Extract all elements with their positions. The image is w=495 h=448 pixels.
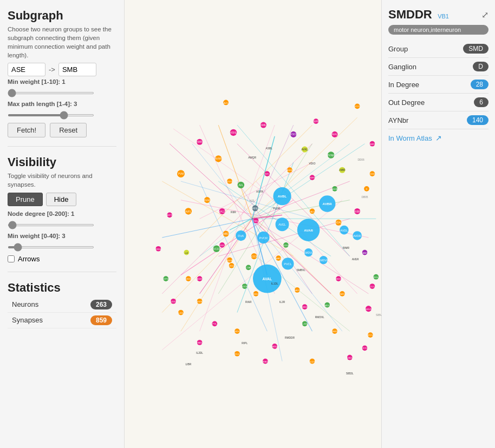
subgraph-inputs: -> xyxy=(8,63,116,76)
svg-text:AINL: AINL xyxy=(252,207,258,210)
svg-text:VB36: VB36 xyxy=(186,278,192,280)
arrows-row: Arrows xyxy=(8,255,116,263)
aynbr-value: 140 xyxy=(467,115,489,125)
worm-atlas-row[interactable]: In Worm Atlas ↗ xyxy=(388,129,489,147)
synapses-row: Synapses 859 xyxy=(8,313,116,328)
external-link-icon[interactable]: ↗ xyxy=(435,134,442,142)
visibility-section: Visibility Toggle visibility of neurons … xyxy=(8,155,116,262)
to-neuron-input[interactable] xyxy=(58,63,96,76)
svg-text:ASHR: ASHR xyxy=(331,188,338,190)
aynbr-label: AYNbr xyxy=(388,116,408,124)
svg-text:io4: io4 xyxy=(185,252,188,254)
svg-text:URYVL: URYVL xyxy=(367,334,374,337)
aynbr-row: AYNbr 140 xyxy=(388,111,489,129)
vis-min-weight-row: Min weight [0-40]: 3 xyxy=(8,233,116,251)
svg-text:RIFR: RIFR xyxy=(310,176,315,179)
svg-text:PVM: PVM xyxy=(178,173,184,175)
node-degree-row: Node degree [0-200]: 1 xyxy=(8,210,116,228)
svg-text:AVEL: AVEL xyxy=(278,223,286,226)
arrows-checkbox[interactable] xyxy=(8,255,15,262)
max-path-slider[interactable] xyxy=(8,114,94,116)
neurons-label: Neurons xyxy=(12,300,38,308)
svg-text:OLLL: OLLL xyxy=(369,285,375,288)
svg-text:AVER: AVER xyxy=(352,258,359,261)
svg-text:ADAL: ADAL xyxy=(335,221,342,224)
svg-text:AWQR: AWQR xyxy=(248,156,256,159)
out-degree-row: Out Degree 6 xyxy=(388,94,489,111)
reset-button[interactable]: Reset xyxy=(50,123,87,137)
visibility-title: Visibility xyxy=(8,155,116,169)
arrows-label: Arrows xyxy=(18,255,40,263)
synapses-badge: 859 xyxy=(90,315,112,325)
svg-text:VD07: VD07 xyxy=(171,300,177,303)
svg-text:AS08: AS08 xyxy=(197,278,203,280)
fetch-button[interactable]: Fetch! xyxy=(8,123,45,137)
svg-text:R: R xyxy=(366,188,367,190)
svg-text:URXL: URXL xyxy=(229,265,235,267)
svg-text:AIML: AIML xyxy=(260,124,267,127)
out-degree-value: 6 xyxy=(474,97,489,107)
svg-text:BDUR: BDUR xyxy=(226,259,233,262)
hide-button[interactable]: Hide xyxy=(46,193,77,206)
ganglion-value: D xyxy=(473,62,489,71)
vis-min-weight-slider[interactable] xyxy=(8,246,94,248)
svg-text:DB04: DB04 xyxy=(155,248,161,251)
svg-text:SMDVL: SMDVL xyxy=(304,252,313,254)
svg-text:AVHL: AVHL xyxy=(204,199,211,202)
svg-text:RMEV: RMEV xyxy=(339,293,346,295)
svg-text:RIVL: RIVL xyxy=(235,353,240,355)
svg-text:LIBR: LIBR xyxy=(185,363,191,366)
svg-text:VC05: VC05 xyxy=(354,105,360,108)
svg-text:RIIR: RIIR xyxy=(231,211,236,214)
from-neuron-input[interactable] xyxy=(8,63,45,76)
left-panel: Subgraph Choose two neuron groups to see… xyxy=(0,0,125,448)
graph-svg[interactable]: AVAL AVAR AVBL AVBR AVEL PVCL PVCR DVA A… xyxy=(125,0,381,448)
in-degree-label: In Degree xyxy=(388,81,419,89)
svg-text:AIZL: AIZL xyxy=(249,200,255,202)
min-weight-slider[interactable] xyxy=(8,92,94,94)
svg-text:RMDL: RMDL xyxy=(331,330,338,333)
svg-text:PVCR: PVCR xyxy=(259,236,268,240)
prune-button[interactable]: Prune xyxy=(8,193,43,206)
svg-text:AVDR: AVDR xyxy=(353,234,361,238)
neuron-title: SMDDR VB1 xyxy=(388,8,449,22)
svg-text:VA12: VA12 xyxy=(219,210,225,213)
graph-area[interactable]: AVAL AVAR AVBL AVBR AVEL PVCL PVCR DVA A… xyxy=(125,0,381,448)
svg-text:RIBL: RIBL xyxy=(253,220,259,222)
visibility-description: Toggle visibility of neurons and synapse… xyxy=(8,172,116,189)
svg-text:ASHL: ASHL xyxy=(286,169,293,172)
in-degree-row: In Degree 28 xyxy=(388,76,489,94)
neuron-name: SMDDR xyxy=(388,8,432,21)
svg-text:RMDDR: RMDDR xyxy=(270,345,278,348)
svg-text:SIBDL: SIBDL xyxy=(346,372,354,375)
in-degree-value: 28 xyxy=(471,80,489,89)
expand-icon[interactable]: ⤢ xyxy=(481,10,489,20)
svg-text:DD06: DD06 xyxy=(369,173,375,175)
ganglion-label: Ganglion xyxy=(388,63,416,71)
svg-text:AIAL: AIAL xyxy=(332,133,338,136)
right-panel: SMDDR VB1 ⤢ motor neuron,interneuron Gro… xyxy=(381,0,495,448)
svg-text:AIMR: AIMR xyxy=(197,141,204,143)
svg-text:SIBVR: SIBVR xyxy=(376,314,381,317)
svg-text:IL2DL: IL2DL xyxy=(302,322,308,325)
svg-text:VC03: VC03 xyxy=(213,248,220,251)
svg-rect-0 xyxy=(125,69,381,379)
svg-text:AVAL: AVAL xyxy=(262,277,272,281)
right-panel-header: SMDDR VB1 ⤢ xyxy=(388,8,489,22)
arrow-label: -> xyxy=(49,65,55,74)
svg-text:RMFR: RMFR xyxy=(369,143,375,146)
worm-atlas-link[interactable]: In Worm Atlas xyxy=(388,134,432,142)
svg-text:PLDR: PLDR xyxy=(273,207,280,210)
svg-text:SMBVL: SMBVL xyxy=(296,269,305,272)
svg-text:RMEL: RMEL xyxy=(197,341,203,344)
svg-text:RIVR: RIVR xyxy=(197,300,203,303)
visibility-buttons: Prune Hide xyxy=(8,193,116,206)
group-row: Group SMD xyxy=(388,40,489,58)
svg-text:SOOR: SOOR xyxy=(250,255,258,258)
node-degree-slider[interactable] xyxy=(8,224,94,226)
svg-text:RIBR: RIBR xyxy=(354,210,361,213)
vis-min-weight-label: Min weight [0-40]: 3 xyxy=(8,233,116,239)
svg-text:AVL: AVL xyxy=(238,184,243,187)
group-label: Group xyxy=(388,45,408,53)
neurons-badge: 263 xyxy=(90,300,112,309)
